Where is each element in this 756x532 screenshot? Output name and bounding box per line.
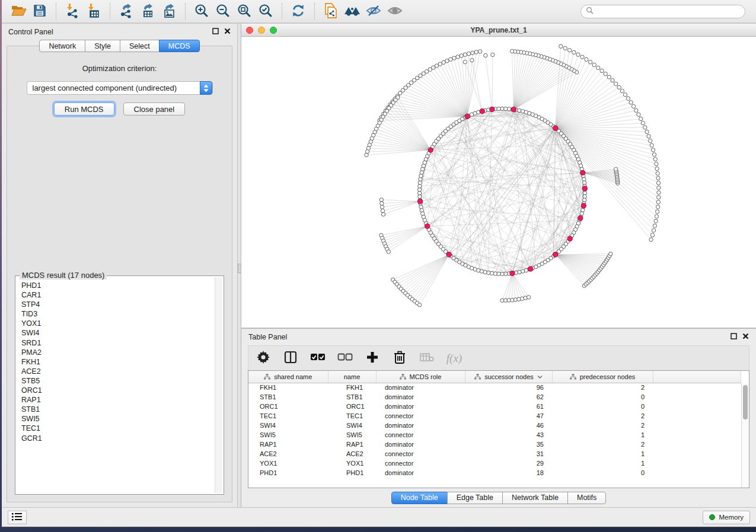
select-all-columns-button[interactable] (310, 351, 326, 366)
network-from-selection-button[interactable] (320, 1, 342, 21)
cell-successor-nodes[interactable]: 96 (465, 383, 552, 392)
graph-node[interactable] (596, 66, 600, 69)
column-header-name[interactable]: name (328, 371, 376, 383)
graph-node[interactable] (653, 224, 656, 227)
cell-successor-nodes[interactable]: 31 (465, 449, 552, 459)
graph-node-mcds[interactable] (428, 148, 433, 152)
graph-node[interactable] (518, 270, 521, 274)
graph-node-mcds[interactable] (567, 236, 572, 241)
cell-mcds-role[interactable]: dominator (376, 402, 465, 411)
graph-node-mcds[interactable] (465, 114, 470, 118)
cell-predecessor-nodes[interactable]: 0 (552, 402, 653, 411)
graph-node[interactable] (620, 89, 624, 92)
graph-node[interactable] (559, 44, 563, 48)
task-history-button[interactable] (8, 511, 27, 524)
cell-mcds-role[interactable]: connector (376, 459, 465, 468)
cell-successor-nodes[interactable]: 18 (465, 468, 552, 477)
cell-shared-name[interactable]: ACE2 (248, 449, 328, 459)
table-row[interactable]: ACE2ACE2connector311 (248, 449, 741, 459)
graph-node[interactable] (629, 101, 633, 104)
column-header-successor-nodes[interactable]: successor nodes (465, 371, 552, 383)
graph-node[interactable] (490, 271, 493, 275)
table-row[interactable]: SWI4SWI4dominator462 (248, 421, 741, 430)
mcds-result-item[interactable]: ORC1 (21, 386, 214, 395)
mcds-result-item[interactable]: YOX1 (21, 319, 214, 328)
search-input[interactable] (596, 7, 740, 15)
close-panel-icon[interactable] (224, 28, 231, 36)
graph-node[interactable] (649, 139, 652, 142)
graph-node-mcds[interactable] (490, 107, 495, 111)
export-network-button[interactable] (116, 1, 137, 21)
mcds-result-item[interactable]: FKH1 (21, 357, 214, 367)
cell-name[interactable]: SWI5 (328, 430, 376, 440)
cell-mcds-role[interactable]: dominator (376, 421, 465, 430)
cell-predecessor-nodes[interactable]: 2 (552, 421, 653, 430)
graph-node[interactable] (588, 60, 592, 64)
graph-node[interactable] (654, 219, 658, 223)
scrollbar-thumb[interactable] (743, 385, 748, 419)
graph-node[interactable] (527, 296, 530, 299)
graph-node[interactable] (626, 97, 630, 100)
table-row[interactable]: STB1STB1dominator620 (248, 392, 741, 402)
graph-node[interactable] (381, 209, 384, 213)
cell-predecessor-nodes[interactable]: 1 (552, 459, 653, 468)
graph-node[interactable] (657, 196, 661, 199)
graph-node-mcds[interactable] (511, 107, 516, 112)
graph-node[interactable] (653, 158, 657, 161)
panel-splitter[interactable] (237, 24, 241, 507)
graph-node[interactable] (491, 53, 495, 56)
save-session-button[interactable] (29, 1, 50, 21)
table-row[interactable]: SWI5SWI5connector431 (248, 430, 741, 440)
graph-node-mcds[interactable] (581, 203, 586, 208)
graph-node[interactable] (655, 214, 658, 218)
cell-successor-nodes[interactable]: 47 (465, 411, 552, 421)
tab-node-table[interactable]: Node Table (391, 492, 448, 504)
cell-predecessor-nodes[interactable]: 1 (552, 449, 653, 459)
graph-node[interactable] (631, 104, 635, 108)
cell-mcds-role[interactable]: connector (376, 449, 465, 459)
graph-node[interactable] (617, 85, 621, 89)
mcds-result-item[interactable]: TEC1 (21, 424, 214, 433)
graph-node[interactable] (647, 134, 650, 138)
tab-style[interactable]: Style (85, 40, 120, 52)
cell-shared-name[interactable]: FKH1 (248, 383, 328, 392)
graph-node[interactable] (600, 69, 604, 72)
mcds-result-item[interactable]: CAR1 (21, 290, 214, 300)
cell-successor-nodes[interactable]: 46 (465, 421, 552, 430)
graph-node[interactable] (592, 63, 596, 66)
cell-shared-name[interactable]: TEC1 (248, 411, 328, 421)
graph-node[interactable] (656, 177, 660, 180)
graph-node[interactable] (656, 181, 660, 185)
graph-node-mcds[interactable] (553, 126, 558, 130)
cell-name[interactable]: ORC1 (328, 402, 376, 411)
cell-name[interactable]: SWI4 (328, 421, 376, 430)
cell-successor-nodes[interactable]: 35 (465, 440, 552, 449)
graph-node-mcds[interactable] (417, 199, 422, 204)
window-close-icon[interactable] (246, 27, 253, 34)
cell-shared-name[interactable]: RAP1 (248, 440, 328, 449)
cell-mcds-role[interactable]: connector (376, 411, 465, 421)
graph-node[interactable] (580, 55, 584, 59)
cell-name[interactable]: ACE2 (328, 449, 376, 459)
cell-shared-name[interactable]: YOX1 (248, 459, 328, 468)
optimization-criterion-select[interactable]: largest connected component (undirected) (27, 81, 213, 95)
cell-predecessor-nodes[interactable]: 0 (552, 392, 653, 402)
cell-mcds-role[interactable]: dominator (376, 468, 465, 477)
table-row[interactable]: ORC1ORC1dominator610 (248, 402, 741, 411)
cell-shared-name[interactable]: SWI4 (248, 421, 328, 430)
graph-node-mcds[interactable] (446, 252, 451, 257)
tab-network-table[interactable]: Network Table (502, 492, 568, 504)
close-panel-button[interactable]: Close panel (123, 102, 186, 116)
network-search-box[interactable] (580, 5, 745, 18)
cell-mcds-role[interactable]: dominator (376, 383, 465, 392)
tab-network[interactable]: Network (39, 40, 85, 52)
window-maximize-icon[interactable] (270, 27, 277, 34)
graph-node[interactable] (381, 213, 385, 216)
mcds-result-item[interactable]: TID3 (21, 309, 214, 319)
refresh-button[interactable] (288, 1, 309, 21)
graph-node[interactable] (484, 53, 487, 57)
graph-node[interactable] (655, 167, 659, 171)
column-header-shared-name[interactable]: shared name (248, 371, 328, 383)
import-table-button[interactable] (83, 1, 104, 21)
import-network-button[interactable] (62, 1, 83, 21)
